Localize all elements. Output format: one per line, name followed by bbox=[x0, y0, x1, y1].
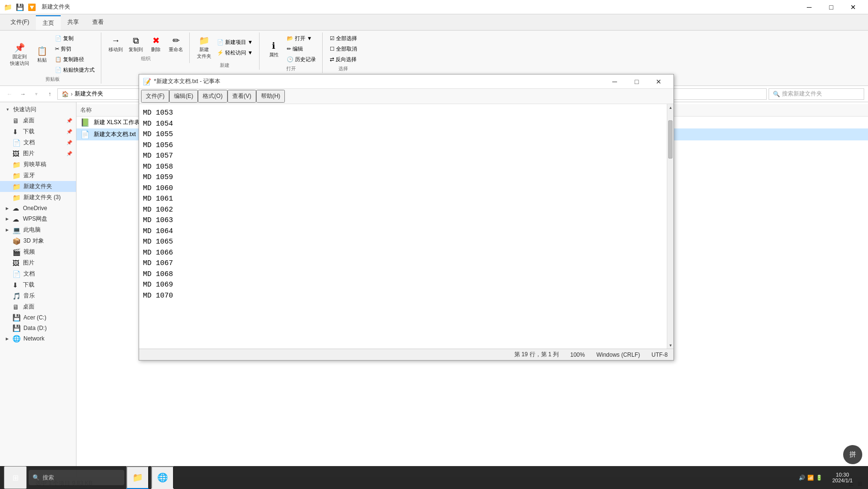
delete-button[interactable]: ✖ 删除 bbox=[146, 33, 165, 54]
sidebar-item-new-folder-3[interactable]: 📁 新建文件夹 (3) bbox=[0, 192, 76, 203]
explorer-title-bar: 📁 💾 🔽 新建文件夹 ─ □ ✕ bbox=[0, 0, 868, 14]
sidebar-item-data[interactable]: 💾 Data (D:) bbox=[0, 323, 76, 333]
notepad-minimize-button[interactable]: ─ bbox=[604, 74, 626, 89]
sidebar-label-network: Network bbox=[23, 335, 44, 342]
search-icon: 🔍 bbox=[773, 91, 780, 97]
notepad-scrollbar[interactable]: ▲ ▼ bbox=[667, 104, 673, 349]
menu-edit[interactable]: 编辑(E) bbox=[169, 90, 198, 103]
sidebar-item-wps[interactable]: ▶ ☁ WPS网盘 bbox=[0, 213, 76, 224]
tray-battery-icon[interactable]: 🔋 bbox=[816, 475, 823, 481]
sidebar-label-new-folder: 新建文件夹 bbox=[23, 182, 52, 191]
properties-button[interactable]: ℹ 属性 bbox=[264, 39, 283, 60]
sidebar-item-documents-1[interactable]: 📄 文档 📌 bbox=[0, 137, 76, 148]
tab-file[interactable]: 文件(F) bbox=[4, 14, 36, 30]
sidebar-label-onedrive: OneDrive bbox=[23, 205, 47, 212]
sidebar-item-desktop-2[interactable]: 🖥 桌面 bbox=[0, 301, 76, 312]
sidebar-label-data: Data (D:) bbox=[23, 325, 47, 331]
rename-button[interactable]: ✏ 重命名 bbox=[166, 33, 185, 54]
new-folder-button[interactable]: 📁 新建文件夹 bbox=[195, 33, 214, 61]
scroll-thumb[interactable] bbox=[668, 120, 673, 159]
menu-view[interactable]: 查看(V) bbox=[228, 90, 256, 103]
sidebar-item-3d[interactable]: 📦 3D 对象 bbox=[0, 235, 76, 246]
scroll-up-arrow[interactable]: ▲ bbox=[667, 104, 673, 111]
select-all-button[interactable]: ☑ 全部选择 bbox=[327, 33, 359, 43]
notepad-text-area[interactable]: MD 1053 MD 1054 MD 1055 MD 1056 MD 1057 … bbox=[139, 104, 667, 349]
sidebar-item-network[interactable]: ▶ 🌐 Network bbox=[0, 333, 76, 344]
sidebar-item-music[interactable]: 🎵 音乐 bbox=[0, 290, 76, 301]
start-button[interactable]: ⊞ bbox=[4, 466, 27, 489]
sidebar-label-pics-1: 图片 bbox=[23, 149, 34, 158]
pin-icon-1: 📌 bbox=[66, 118, 72, 123]
copy-path-button[interactable]: 📋 复制路径 bbox=[53, 54, 97, 64]
tab-home[interactable]: 主页 bbox=[36, 15, 61, 30]
taskbar-explorer-button[interactable]: 📁 bbox=[126, 466, 149, 489]
taskbar-clock[interactable]: 10:30 2024/1/1 bbox=[828, 472, 857, 483]
taskbar-edge-button[interactable]: 🌐 bbox=[151, 466, 174, 489]
notepad-maximize-button[interactable]: □ bbox=[626, 74, 648, 89]
sidebar-label-new-folder-3: 新建文件夹 (3) bbox=[23, 193, 61, 202]
notification-button[interactable] bbox=[858, 466, 864, 489]
scroll-down-arrow[interactable]: ▼ bbox=[667, 342, 673, 349]
desktop-icon-2: 🖥 bbox=[12, 303, 20, 311]
tray-network-icon[interactable]: 📶 bbox=[807, 475, 814, 481]
deselect-all-button[interactable]: ☐ 全部取消 bbox=[327, 44, 359, 54]
menu-format[interactable]: 格式(O) bbox=[198, 90, 227, 103]
up-button[interactable]: ↑ bbox=[44, 88, 55, 100]
line-ending: Windows (CRLF) bbox=[597, 351, 640, 358]
wps-expand: ▶ bbox=[6, 217, 9, 221]
tab-share[interactable]: 共享 bbox=[61, 14, 86, 30]
clock-time: 10:30 bbox=[836, 472, 849, 478]
copy-to-button[interactable]: ⧉ 复制到 bbox=[126, 33, 145, 54]
close-button[interactable]: ✕ bbox=[842, 0, 864, 14]
tab-view[interactable]: 查看 bbox=[86, 14, 110, 30]
new-folder-icon: 📁 bbox=[198, 35, 210, 46]
tray-volume-icon[interactable]: 🔊 bbox=[799, 475, 805, 481]
menu-help[interactable]: 帮助(H) bbox=[256, 90, 285, 103]
sidebar-item-this-pc[interactable]: ▶ 💻 此电脑 bbox=[0, 224, 76, 235]
paste-button[interactable]: 📋 粘贴 bbox=[33, 44, 52, 65]
forward-button[interactable]: → bbox=[17, 88, 29, 100]
sidebar-label-desktop-1: 桌面 bbox=[23, 117, 34, 125]
sidebar-item-onedrive[interactable]: ▶ ☁ OneDrive bbox=[0, 203, 76, 213]
sidebar-item-jianying[interactable]: 📁 剪映草稿 bbox=[0, 159, 76, 170]
cut-button[interactable]: ✂ 剪切 bbox=[53, 44, 97, 54]
back-button[interactable]: ← bbox=[4, 88, 15, 100]
new-group-label: 新建 bbox=[220, 62, 229, 69]
sidebar-item-documents-2[interactable]: 📄 文档 bbox=[0, 268, 76, 279]
taskbar-search[interactable]: 🔍 搜索 bbox=[29, 470, 124, 485]
sidebar-item-acer[interactable]: 💾 Acer (C:) bbox=[0, 312, 76, 323]
history-button[interactable]: 🕒 历史记录 bbox=[284, 54, 318, 64]
copy-path-icon: 📋 bbox=[55, 56, 62, 63]
ime-indicator[interactable]: 拼 bbox=[843, 445, 862, 464]
invert-selection-button[interactable]: ⇄ 反向选择 bbox=[327, 54, 359, 64]
sidebar-item-pictures-2[interactable]: 🖼 图片 bbox=[0, 257, 76, 268]
sidebar-item-videos[interactable]: 🎬 视频 bbox=[0, 246, 76, 257]
new-item-button[interactable]: 📄 新建项目 ▼ bbox=[215, 37, 255, 47]
desktop-icon-1: 🖥 bbox=[12, 117, 20, 125]
search-field[interactable]: 🔍 搜索新建文件夹 bbox=[769, 88, 864, 100]
sidebar-item-bluetooth[interactable]: 📁 蓝牙 bbox=[0, 170, 76, 181]
pin-icon-4: 📌 bbox=[66, 151, 72, 156]
name-column-header: 名称 bbox=[80, 106, 92, 114]
downloads-icon-2: ⬇ bbox=[12, 281, 20, 289]
sidebar-item-downloads-2[interactable]: ⬇ 下载 bbox=[0, 279, 76, 290]
select-group-label: 选择 bbox=[338, 65, 348, 72]
sidebar-item-desktop-1[interactable]: 🖥 桌面 📌 bbox=[0, 115, 76, 126]
recent-button[interactable]: ▼ bbox=[31, 88, 42, 100]
pin-to-quick-access-button[interactable]: 📌 固定到快速访问 bbox=[8, 41, 32, 68]
move-to-button[interactable]: → 移动到 bbox=[106, 33, 125, 54]
notepad-close-button[interactable]: ✕ bbox=[648, 74, 670, 89]
copy-to-icon: ⧉ bbox=[130, 35, 141, 46]
copy-button[interactable]: 📄 复制 bbox=[53, 33, 97, 43]
menu-file[interactable]: 文件(F) bbox=[141, 90, 169, 103]
edit-button[interactable]: ✏ 编辑 bbox=[284, 44, 318, 54]
sidebar-item-quick-access[interactable]: ▼ 快速访问 bbox=[0, 104, 76, 115]
maximize-button[interactable]: □ bbox=[820, 0, 842, 14]
minimize-button[interactable]: ─ bbox=[798, 0, 820, 14]
open-button[interactable]: 📂 打开 ▼ bbox=[284, 33, 318, 43]
easy-access-button[interactable]: ⚡ 轻松访问 ▼ bbox=[215, 48, 255, 58]
sidebar-item-pictures-1[interactable]: 🖼 图片 📌 bbox=[0, 148, 76, 159]
paste-shortcut-button[interactable]: 📄 粘贴快捷方式 bbox=[53, 65, 97, 75]
sidebar-item-downloads-1[interactable]: ⬇ 下载 📌 bbox=[0, 126, 76, 137]
sidebar-item-new-folder[interactable]: 📁 新建文件夹 bbox=[0, 181, 76, 192]
